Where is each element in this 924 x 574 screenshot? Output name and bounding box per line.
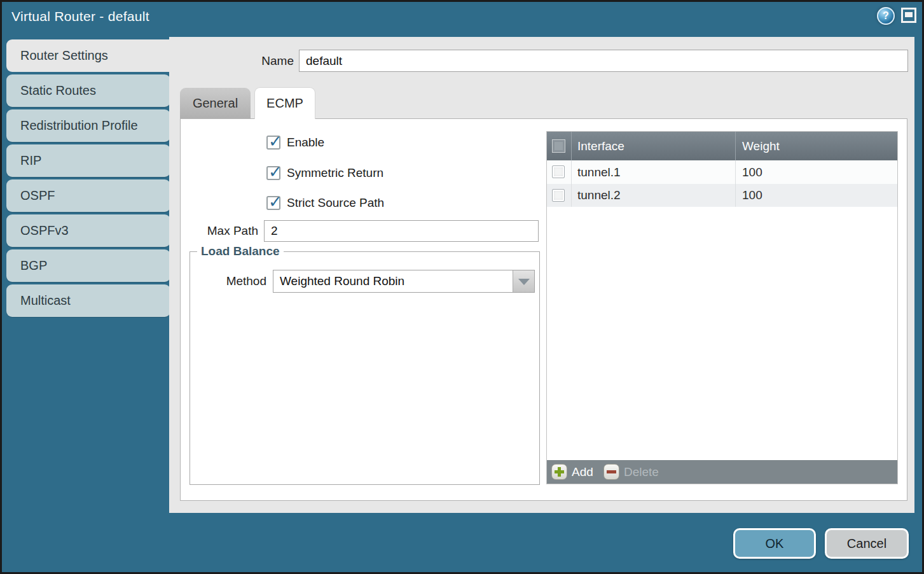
check-icon: ✓ bbox=[268, 162, 282, 182]
select-all-checkbox[interactable] bbox=[552, 139, 565, 153]
delete-button-label: Delete bbox=[624, 460, 659, 484]
strict-source-path-checkbox[interactable]: ✓ bbox=[266, 196, 280, 210]
enable-checkbox[interactable]: ✓ bbox=[266, 136, 280, 150]
cell-weight: 100 bbox=[742, 160, 762, 184]
column-divider bbox=[735, 160, 736, 184]
table-row[interactable]: tunnel.2 100 bbox=[547, 184, 897, 207]
table-row[interactable]: tunnel.1 100 bbox=[547, 160, 897, 184]
column-divider bbox=[571, 184, 572, 207]
sidebar: Router Settings Static Routes Redistribu… bbox=[6, 39, 172, 319]
sidebar-item-multicast[interactable]: Multicast bbox=[6, 284, 170, 317]
name-label: Name bbox=[230, 50, 294, 72]
symmetric-return-checkbox[interactable]: ✓ bbox=[266, 166, 280, 180]
add-button-label: Add bbox=[572, 460, 593, 484]
cell-weight: 100 bbox=[742, 184, 762, 207]
method-dropdown[interactable]: Weighted Round Robin bbox=[273, 270, 535, 293]
minus-icon bbox=[603, 464, 619, 480]
name-input[interactable] bbox=[299, 50, 908, 72]
row-checkbox[interactable] bbox=[552, 189, 565, 202]
sidebar-item-bgp[interactable]: BGP bbox=[6, 249, 170, 282]
check-icon: ✓ bbox=[268, 192, 282, 212]
sidebar-item-redistribution-profile[interactable]: Redistribution Profile bbox=[6, 109, 170, 142]
interface-table: Interface Weight tunnel.1 100 tunnel.2 bbox=[546, 131, 898, 484]
column-divider bbox=[571, 132, 572, 160]
cell-interface: tunnel.1 bbox=[577, 160, 621, 184]
enable-label: Enable bbox=[287, 135, 324, 150]
column-header-interface: Interface bbox=[577, 132, 624, 160]
sidebar-item-router-settings[interactable]: Router Settings bbox=[6, 39, 172, 72]
sidebar-item-ospfv3[interactable]: OSPFv3 bbox=[6, 214, 170, 247]
column-divider bbox=[571, 160, 572, 184]
column-header-weight: Weight bbox=[742, 132, 780, 160]
tab-general[interactable]: General bbox=[180, 88, 251, 118]
method-dropdown-value: Weighted Round Robin bbox=[280, 270, 404, 292]
column-divider bbox=[735, 132, 736, 160]
ok-button[interactable]: OK bbox=[733, 528, 816, 559]
strict-source-path-label: Strict Source Path bbox=[287, 195, 384, 211]
column-divider bbox=[735, 184, 736, 207]
window-restore-icon[interactable] bbox=[901, 8, 916, 23]
row-checkbox[interactable] bbox=[552, 165, 565, 178]
load-balance-group: Load Balance Method Weighted Round Robin bbox=[190, 251, 540, 485]
sidebar-item-static-routes[interactable]: Static Routes bbox=[6, 74, 170, 107]
symmetric-return-label: Symmetric Return bbox=[287, 165, 383, 181]
help-icon[interactable]: ? bbox=[877, 7, 895, 25]
add-button[interactable]: Add bbox=[551, 460, 599, 484]
plus-icon bbox=[551, 464, 567, 480]
cancel-button[interactable]: Cancel bbox=[825, 528, 909, 559]
ecmp-tab-panel: ✓ Enable ✓ Symmetric Return ✓ Strict Sou… bbox=[180, 118, 907, 501]
sidebar-item-rip[interactable]: RIP bbox=[6, 144, 170, 177]
load-balance-legend: Load Balance bbox=[197, 243, 284, 260]
chevron-down-icon[interactable] bbox=[513, 270, 534, 292]
cell-interface: tunnel.2 bbox=[577, 184, 621, 207]
delete-button[interactable]: Delete bbox=[603, 460, 664, 484]
max-path-input[interactable] bbox=[264, 220, 539, 242]
sidebar-item-ospf[interactable]: OSPF bbox=[6, 179, 170, 212]
max-path-label: Max Path bbox=[192, 220, 258, 242]
content-panel: Name General ECMP ✓ Enable ✓ Symmetric R… bbox=[169, 37, 914, 513]
tab-ecmp[interactable]: ECMP bbox=[254, 87, 315, 119]
interface-table-header: Interface Weight bbox=[547, 132, 897, 160]
check-icon: ✓ bbox=[268, 132, 282, 151]
virtual-router-dialog: Virtual Router - default ? Router Settin… bbox=[0, 0, 924, 574]
table-toolbar: Add Delete bbox=[547, 460, 897, 484]
dialog-title: Virtual Router - default bbox=[11, 9, 149, 24]
method-label: Method bbox=[194, 270, 266, 293]
